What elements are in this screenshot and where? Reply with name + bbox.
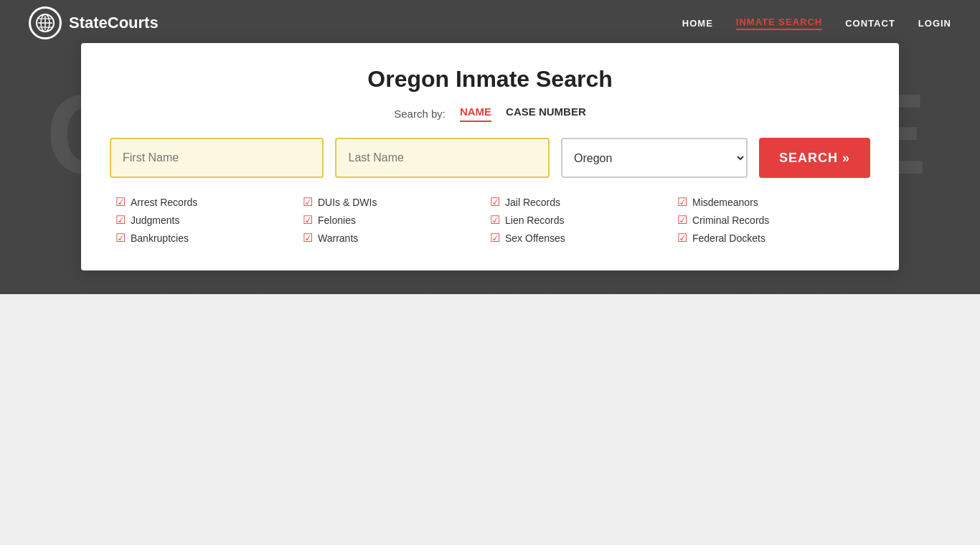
checkbox-icon: ☑ <box>677 213 687 227</box>
check-label: Arrest Records <box>131 197 197 208</box>
logo-icon <box>29 6 62 39</box>
check-label: Criminal Records <box>692 215 769 226</box>
logo-area[interactable]: StateCourts <box>29 6 159 39</box>
nav-home[interactable]: HOME <box>682 18 713 29</box>
search-fields-row: Oregon Alabama Alaska Arizona California… <box>110 138 870 178</box>
check-judgments: ☑ Judgments <box>116 213 303 227</box>
nav-contact[interactable]: CONTACT <box>845 18 895 29</box>
search-card-title: Oregon Inmate Search <box>110 66 870 93</box>
logo-text: StateCourts <box>69 14 159 32</box>
tab-case-number[interactable]: CASE NUMBER <box>506 105 586 122</box>
nav-inmate-search[interactable]: INMATE SEARCH <box>736 17 822 30</box>
last-name-input[interactable] <box>335 138 549 178</box>
checkbox-icon: ☑ <box>490 195 500 209</box>
checkbox-icon: ☑ <box>490 213 500 227</box>
check-label: Jail Records <box>505 197 560 208</box>
checkbox-icon: ☑ <box>303 195 313 209</box>
tab-name[interactable]: NAME <box>460 105 491 122</box>
check-label: Misdemeanors <box>692 197 758 208</box>
checkbox-icon: ☑ <box>303 231 313 245</box>
search-by-row: Search by: NAME CASE NUMBER <box>110 105 870 122</box>
checkbox-icon: ☑ <box>116 195 126 209</box>
check-arrest-records: ☑ Arrest Records <box>116 195 303 209</box>
breadcrumb: Home › Inmate Search › Oregon › Crook Co… <box>0 545 980 551</box>
check-label: Judgments <box>131 215 179 226</box>
nav-login[interactable]: LOGIN <box>918 18 951 29</box>
hero-section: COURTHOUSE StateCourts HOME INMATE SEARC… <box>0 0 980 294</box>
search-card: Oregon Inmate Search Search by: NAME CAS… <box>81 43 899 270</box>
check-felonies: ☑ Felonies <box>303 213 490 227</box>
check-federal-dockets: ☑ Federal Dockets <box>677 231 864 245</box>
check-label: DUIs & DWIs <box>318 197 377 208</box>
check-misdemeanors: ☑ Misdemeanors <box>677 195 864 209</box>
check-bankruptcies: ☑ Bankruptcies <box>116 231 303 245</box>
check-label: Sex Offenses <box>505 232 565 244</box>
top-navigation: StateCourts HOME INMATE SEARCH CONTACT L… <box>0 0 980 46</box>
checkbox-icon: ☑ <box>303 213 313 227</box>
first-name-input[interactable] <box>110 138 324 178</box>
checkbox-icon: ☑ <box>116 213 126 227</box>
check-criminal-records: ☑ Criminal Records <box>677 213 864 227</box>
check-label: Warrants <box>318 232 358 244</box>
check-label: Federal Dockets <box>692 232 765 244</box>
check-warrants: ☑ Warrants <box>303 231 490 245</box>
check-sex-offenses: ☑ Sex Offenses <box>490 231 677 245</box>
checkbox-icon: ☑ <box>116 231 126 245</box>
checkbox-icon: ☑ <box>490 231 500 245</box>
nav-links: HOME INMATE SEARCH CONTACT LOGIN <box>682 17 951 30</box>
check-lien-records: ☑ Lien Records <box>490 213 677 227</box>
search-button[interactable]: SEARCH » <box>759 138 870 178</box>
checkboxes-grid: ☑ Arrest Records ☑ DUIs & DWIs ☑ Jail Re… <box>110 195 870 245</box>
state-select[interactable]: Oregon Alabama Alaska Arizona California… <box>561 138 748 178</box>
search-by-label: Search by: <box>394 108 446 120</box>
check-label: Lien Records <box>505 215 565 226</box>
check-duis-dwis: ☑ DUIs & DWIs <box>303 195 490 209</box>
checkbox-icon: ☑ <box>677 195 687 209</box>
check-label: Felonies <box>318 215 356 226</box>
check-jail-records: ☑ Jail Records <box>490 195 677 209</box>
checkbox-icon: ☑ <box>677 231 687 245</box>
check-label: Bankruptcies <box>131 232 189 244</box>
